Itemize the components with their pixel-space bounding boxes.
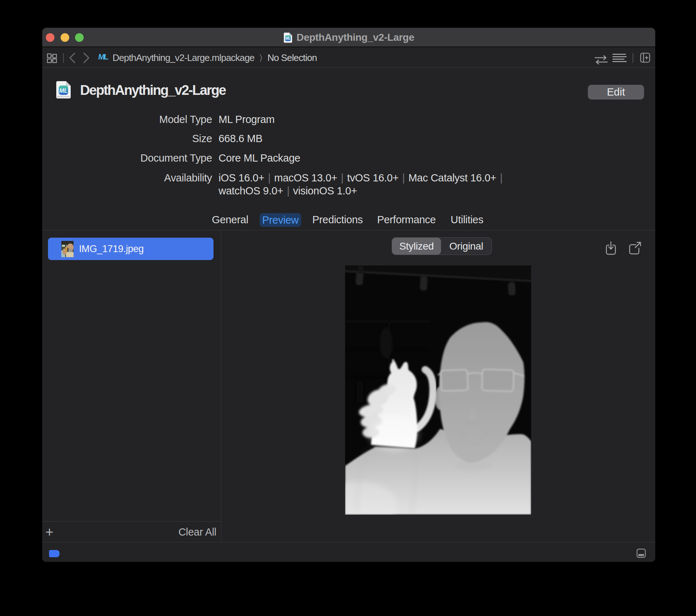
svg-text:ML: ML: [59, 88, 67, 94]
svg-text:ML: ML: [98, 53, 109, 62]
svg-text:MLPACKAGE: MLPACKAGE: [57, 96, 70, 98]
svg-text:ML: ML: [286, 36, 291, 40]
